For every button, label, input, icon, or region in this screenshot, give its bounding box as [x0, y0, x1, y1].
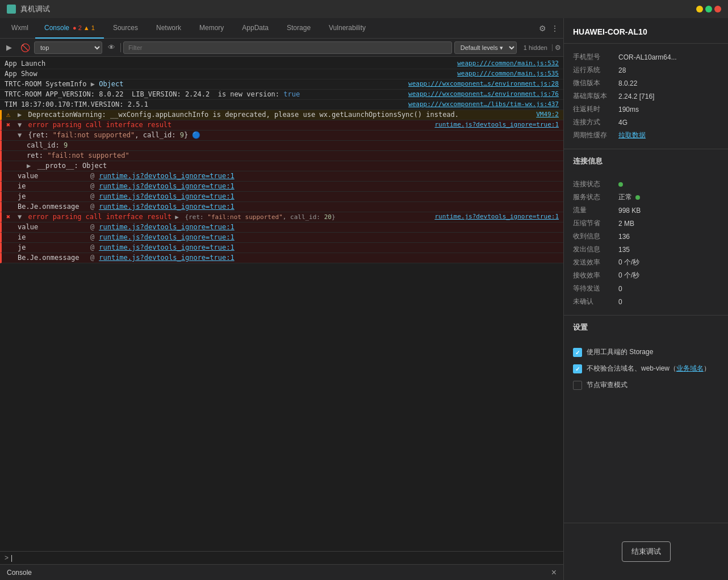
- log-line-warn: ⚠ ▶ DeprecationWarning: __wxConfig.appLa…: [0, 110, 563, 120]
- settings-item-inspect: 节点审查模式: [573, 377, 719, 393]
- log-line-err2-stack-je: je @ runtime.js?devtools_ignore=true:1: [0, 243, 563, 253]
- context-selector[interactable]: top: [34, 41, 102, 54]
- settings-item-storage: ✓ 使用工具端的 Storage: [573, 344, 719, 360]
- run-button[interactable]: ▶: [2, 41, 16, 54]
- log-line-err1-stack-value: value @ runtime.js?devtools_ignore=true:…: [0, 171, 563, 182]
- tab-memory[interactable]: Memory: [190, 18, 233, 39]
- log-line-err1-stack-je: je @ runtime.js?devtools_ignore=true:1: [0, 192, 563, 202]
- log-line-err1-callid: call_id: 9: [0, 141, 563, 151]
- info-row-wechat: 微信版本 8.0.22: [573, 77, 719, 90]
- log-line-err1-header: ✖ ▼ error parsing call interface result …: [0, 120, 563, 131]
- console-toolbar: ▶ 🚫 top 👁 Default levels ▾ 1 hidden ⚙: [0, 39, 563, 57]
- console-output[interactable]: App Launch weapp:///common/main.js:532 A…: [0, 57, 563, 551]
- info-row-conn-status: 连接状态: [573, 178, 719, 191]
- hidden-settings-icon[interactable]: ⚙: [555, 44, 561, 52]
- connection-title: 连接信息: [564, 149, 728, 171]
- log-line-1: App Launch weapp:///common/main.js:532: [0, 59, 563, 69]
- minimize-button[interactable]: [696, 6, 703, 12]
- bottom-tab-label[interactable]: Console: [7, 569, 32, 577]
- tab-wxml[interactable]: Wxml: [5, 18, 35, 39]
- settings-title: 设置: [564, 316, 728, 337]
- close-button[interactable]: [714, 6, 721, 12]
- gear-icon[interactable]: ⚙: [539, 24, 546, 33]
- service-status-dot: [635, 195, 640, 200]
- error-icon-2: ✖: [6, 213, 15, 221]
- connection-status-dot: [618, 182, 623, 187]
- info-row-compress: 压缩节省 2 MB: [573, 217, 719, 230]
- tab-gear-area: ⚙ ⋮: [539, 24, 559, 33]
- inspect-checkbox[interactable]: [573, 381, 582, 390]
- toolbar-divider: [120, 43, 121, 52]
- log-line-err1-obj: ▼ {ret: "fail:not supported", call_id: 9…: [0, 131, 563, 141]
- log-line-5: TIM 18:37:00.170:TIM.VERSION: 2.5.1 weap…: [0, 100, 563, 110]
- log-line-3: TRTC-ROOM SystemInfo ▶ Object weapp:///w…: [0, 79, 563, 90]
- log-line-err1-proto: ▶ __proto__: Object: [0, 161, 563, 171]
- info-row-svc-status: 服务状态 正常: [573, 191, 719, 204]
- log-line-err2-header: ✖ ▼ error parsing call interface result …: [0, 212, 563, 222]
- right-panel: HUAWEI-COR-AL10 手机型号 COR-AL10arm64... 运行…: [563, 18, 728, 580]
- right-panel-spacer: [564, 400, 728, 523]
- domain-checkbox[interactable]: ✓: [573, 364, 582, 373]
- main-container: Wxml Console ● 2 ▲ 1 Sources Network Mem…: [0, 18, 728, 580]
- maximize-button[interactable]: [705, 6, 712, 12]
- info-row-send-rate: 发送效率 0 个/秒: [573, 256, 719, 269]
- info-row-os: 运行系统 28: [573, 64, 719, 77]
- window-controls: [696, 6, 721, 12]
- log-line-err1-stack-ie: ie @ runtime.js?devtools_ignore=true:1: [0, 182, 563, 192]
- tab-network[interactable]: Network: [147, 18, 190, 39]
- device-title: HUAWEI-COR-AL10: [564, 18, 728, 44]
- error-badge: ● 2: [73, 24, 82, 31]
- settings-section: ✓ 使用工具端的 Storage ✓ 不校验合法域名、web-view（业务域名…: [564, 337, 728, 400]
- app-icon: [7, 5, 16, 14]
- info-row-recv-rate: 接收效率 0 个/秒: [573, 269, 719, 282]
- console-cursor[interactable]: |: [11, 554, 12, 562]
- info-row-recv: 收到信息 136: [573, 230, 719, 243]
- tab-badge: ● 2 ▲ 1: [73, 24, 95, 31]
- info-row-traffic: 流量 998 KB: [573, 204, 719, 217]
- tab-console[interactable]: Console ● 2 ▲ 1: [35, 18, 104, 39]
- settings-item-domain: ✓ 不校验合法域名、web-view（业务域名）: [573, 360, 719, 377]
- end-btn-area: 结束调试: [564, 523, 728, 580]
- clear-button[interactable]: 🚫: [18, 41, 32, 54]
- log-line-err2-stack-onmsg: Be.Je.onmessage @ runtime.js?devtools_ig…: [0, 253, 563, 263]
- log-line-err2-stack-ie: ie @ runtime.js?devtools_ignore=true:1: [0, 233, 563, 243]
- left-panel: Wxml Console ● 2 ▲ 1 Sources Network Mem…: [0, 18, 563, 580]
- info-row-rtt: 往返耗时 190ms: [573, 103, 719, 116]
- info-row-lib: 基础库版本 2.24.2 [716]: [573, 90, 719, 103]
- warn-icon: ⚠: [6, 111, 15, 119]
- log-line-2: App Show weapp:///common/main.js:535: [0, 69, 563, 79]
- log-line-err2-stack-value: value @ runtime.js?devtools_ignore=true:…: [0, 222, 563, 233]
- info-row-unconfirmed: 未确认 0: [573, 295, 719, 308]
- console-input-area: > |: [0, 551, 563, 564]
- log-line-err1-stack-onmsg: Be.Je.onmessage @ runtime.js?devtools_ig…: [0, 202, 563, 212]
- titlebar: 真机调试: [0, 0, 728, 18]
- error-icon-1: ✖: [6, 121, 15, 129]
- filter-input[interactable]: [123, 41, 452, 54]
- log-line-4: TRTC-ROOM APP_VERSION: 8.0.22 LIB_VERSIO…: [0, 90, 563, 100]
- tab-appdata[interactable]: AppData: [233, 18, 278, 39]
- warn-badge: ▲ 1: [83, 24, 95, 31]
- info-row-pending: 等待发送 0: [573, 282, 719, 295]
- device-info-section: 手机型号 COR-AL10arm64... 运行系统 28 微信版本 8.0.2…: [564, 44, 728, 149]
- tab-storage[interactable]: Storage: [278, 18, 320, 39]
- info-row-sent: 发出信息 135: [573, 243, 719, 256]
- bottom-close-icon[interactable]: ×: [551, 568, 557, 578]
- tabbar: Wxml Console ● 2 ▲ 1 Sources Network Mem…: [0, 18, 563, 39]
- app-title: 真机调试: [20, 4, 692, 14]
- tab-vulnerability[interactable]: Vulnerability: [320, 18, 375, 39]
- end-debug-button[interactable]: 结束调试: [622, 541, 671, 562]
- info-row-model: 手机型号 COR-AL10arm64...: [573, 51, 719, 64]
- storage-checkbox[interactable]: ✓: [573, 348, 582, 357]
- tab-sources[interactable]: Sources: [104, 18, 147, 39]
- more-icon[interactable]: ⋮: [551, 24, 559, 33]
- log-line-err1-ret: ret: "fail:not supported": [0, 151, 563, 161]
- hidden-count: 1 hidden: [519, 44, 553, 51]
- info-row-conn-type: 连接方式 4G: [573, 116, 719, 129]
- console-prompt: >: [5, 554, 9, 562]
- levels-selector[interactable]: Default levels ▾: [454, 41, 517, 54]
- connection-info-section: 连接状态 服务状态 正常 流量 998 KB 压缩节省 2 MB 收到信息 13…: [564, 171, 728, 316]
- bottom-bar: Console ×: [0, 564, 563, 580]
- info-row-cache: 周期性缓存 拉取数据: [573, 129, 719, 142]
- eye-button[interactable]: 👁: [104, 41, 118, 54]
